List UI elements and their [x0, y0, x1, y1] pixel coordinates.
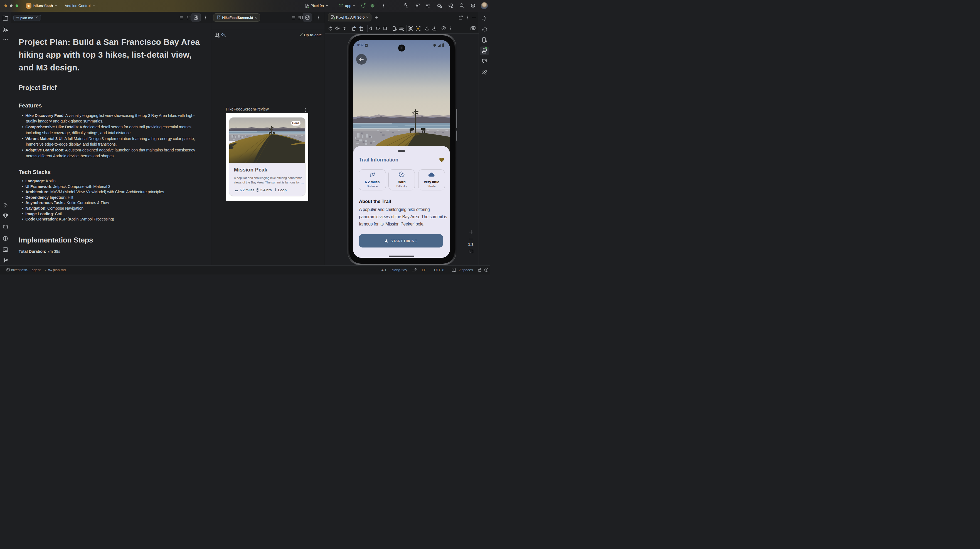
- svg-text:M: M: [16, 16, 18, 19]
- svg-text:M: M: [48, 269, 50, 272]
